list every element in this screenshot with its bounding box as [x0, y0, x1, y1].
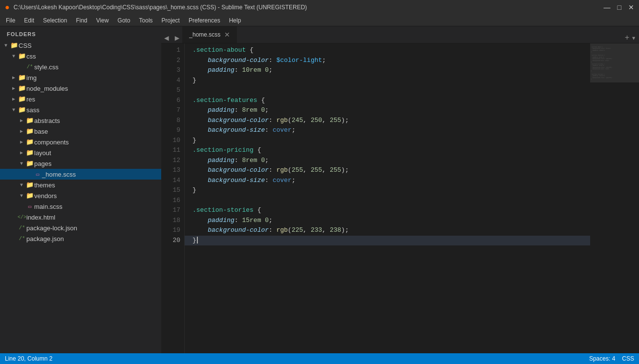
maximize-button[interactable]: □: [618, 3, 621, 11]
sidebar-item-components[interactable]: 📁 components: [0, 137, 161, 147]
sidebar-item-label: package-lock.json: [26, 224, 77, 232]
sidebar-item-css-root[interactable]: 📁 CSS: [0, 40, 161, 51]
minimap: .section-about { background-color: $colo…: [590, 43, 639, 353]
arrow-icon: [18, 161, 25, 166]
sidebar-item-label: node_modules: [26, 85, 68, 92]
sidebar-item-home-scss[interactable]: ▭ _home.scss: [0, 169, 161, 180]
arrow-icon: [2, 43, 10, 48]
menu-goto[interactable]: Goto: [114, 16, 134, 25]
code-line-15: }: [185, 185, 590, 196]
file-icon: /*: [25, 64, 34, 70]
code-area[interactable]: .section-about { background-color: $colo…: [185, 43, 590, 353]
line-num-17: 17: [165, 205, 180, 216]
menu-preferences[interactable]: Preferences: [185, 16, 224, 25]
arrow-icon: [10, 85, 18, 91]
menu-selection[interactable]: Selection: [39, 16, 71, 25]
sidebar-item-node-modules[interactable]: 📁 node_modules: [0, 83, 161, 94]
sidebar-item-img[interactable]: 📁 img: [0, 72, 161, 83]
code-line-10: }: [185, 136, 590, 146]
menu-project[interactable]: Project: [158, 16, 184, 25]
code-line-11: .section-pricing {: [185, 145, 590, 156]
line-num-3: 3: [165, 65, 180, 76]
tab-home-scss[interactable]: _home.scss ✕: [182, 26, 237, 43]
folder-icon: 📁: [25, 192, 34, 200]
menu-help[interactable]: Help: [225, 16, 245, 25]
status-bar: Line 20, Column 2 Spaces: 4 CSS: [0, 353, 639, 364]
tab-bar-right[interactable]: + ▾: [622, 33, 639, 43]
line-num-6: 6: [165, 96, 180, 106]
language-mode: CSS: [622, 355, 634, 362]
folder-icon: 📁: [25, 149, 34, 157]
add-tab-icon[interactable]: +: [625, 34, 630, 42]
line-num-18: 18: [165, 216, 180, 226]
folder-icon: 📁: [18, 52, 26, 60]
line-num-16: 16: [165, 196, 180, 206]
sidebar-item-abstracts[interactable]: 📁 abstracts: [0, 115, 161, 126]
code-line-1: .section-about {: [185, 45, 590, 56]
arrow-icon: [10, 54, 18, 59]
tab-label: _home.scss: [189, 31, 220, 38]
sidebar-item-css-folder[interactable]: 📁 css: [0, 51, 161, 61]
arrow-icon: [18, 150, 25, 156]
sidebar-item-package-lock-json[interactable]: /* package-lock.json: [0, 222, 161, 233]
code-line-18: padding: 15rem 0;: [185, 216, 590, 226]
folder-icon: 📁: [10, 41, 19, 49]
sidebar-item-vendors[interactable]: 📁 vendors: [0, 190, 161, 201]
editor-area: ◀ ▶ _home.scss ✕ + ▾ 1 2 3 4 5 6: [161, 26, 639, 353]
sidebar-item-label: layout: [34, 149, 51, 157]
folder-icon: 📁: [25, 181, 34, 189]
code-line-2: background-color: $color-light;: [185, 56, 590, 66]
code-line-13: background-color: rgb(255, 255, 255);: [185, 165, 590, 176]
sidebar-item-res[interactable]: 📁 res: [0, 94, 161, 104]
menu-edit[interactable]: Edit: [20, 16, 38, 25]
close-button[interactable]: ✕: [628, 3, 634, 11]
file-icon: </>: [18, 215, 26, 220]
menu-tools[interactable]: Tools: [135, 16, 157, 25]
title-bar: ● C:\Users\Lokesh Kapoor\Desktop\Coding\…: [0, 0, 639, 15]
sidebar-item-main-scss[interactable]: ▭ main.scss: [0, 201, 161, 212]
arrow-icon: [18, 118, 25, 123]
minimize-button[interactable]: —: [604, 3, 611, 11]
folder-icon: 📁: [25, 138, 34, 146]
sidebar-item-label: style.css: [34, 63, 59, 71]
arrow-icon: [10, 96, 18, 102]
sidebar-item-layout[interactable]: 📁 layout: [0, 147, 161, 158]
menu-find[interactable]: Find: [72, 16, 91, 25]
line-num-19: 19: [165, 225, 180, 236]
sidebar-item-index-html[interactable]: </> index.html: [0, 212, 161, 222]
code-line-9: background-size: cover;: [185, 125, 590, 136]
tab-chevron-icon[interactable]: ▾: [631, 33, 636, 43]
tab-nav-prev[interactable]: ◀: [161, 33, 172, 43]
sidebar-item-themes[interactable]: 📁 themes: [0, 180, 161, 190]
code-line-16: [185, 196, 590, 206]
file-icon: /*: [18, 236, 26, 242]
sublime-logo: ●: [5, 3, 10, 12]
sidebar-item-label: css: [26, 53, 36, 60]
sidebar-item-pages[interactable]: 📁 pages: [0, 158, 161, 169]
folder-icon: 📁: [25, 160, 34, 167]
sidebar-item-style-css[interactable]: /* style.css: [0, 61, 161, 72]
line-num-20: 20: [165, 236, 180, 246]
line-num-1: 1: [165, 45, 180, 56]
title-bar-left: ● C:\Users\Lokesh Kapoor\Desktop\Coding\…: [5, 3, 307, 12]
tab-nav-next[interactable]: ▶: [172, 33, 183, 43]
main-area: FOLDERS 📁 CSS 📁 css /* style.css: [0, 26, 639, 353]
line-num-11: 11: [165, 145, 180, 156]
file-icon: /*: [18, 225, 26, 231]
sidebar-item-label: pages: [34, 160, 51, 167]
tab-close-button[interactable]: ✕: [224, 31, 230, 39]
menu-view[interactable]: View: [92, 16, 113, 25]
sidebar-item-base[interactable]: 📁 base: [0, 126, 161, 137]
menu-file[interactable]: File: [2, 16, 19, 25]
menu-bar: File Edit Selection Find View Goto Tools…: [0, 15, 639, 26]
sidebar-item-sass[interactable]: 📁 sass: [0, 104, 161, 115]
sidebar-item-label: main.scss: [34, 203, 63, 210]
sidebar-item-label: package.json: [26, 235, 64, 243]
code-line-17: .section-stories {: [185, 205, 590, 216]
title-bar-controls[interactable]: — □ ✕: [604, 3, 634, 11]
line-num-4: 4: [165, 76, 180, 86]
line-num-5: 5: [165, 85, 180, 96]
code-line-5: [185, 85, 590, 96]
file-icon: ▭: [33, 171, 42, 178]
sidebar-item-package-json[interactable]: /* package.json: [0, 233, 161, 244]
